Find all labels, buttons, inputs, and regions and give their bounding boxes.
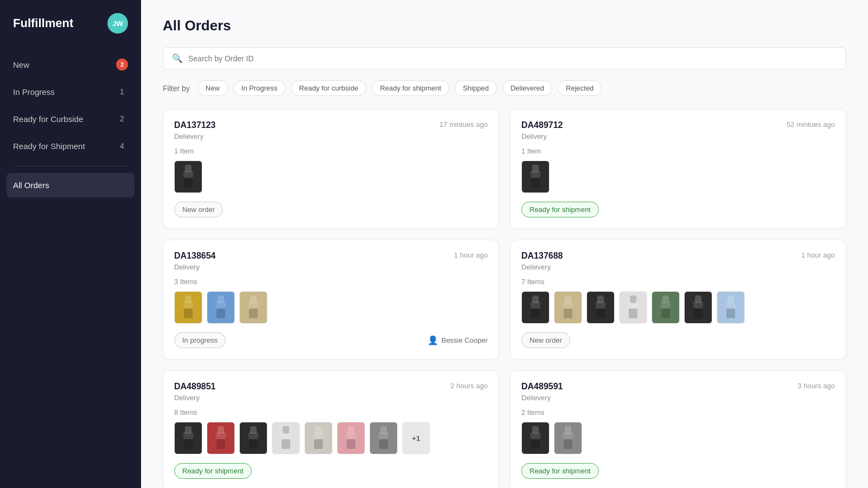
order-item-image xyxy=(619,291,647,324)
sidebar-item-ready-shipment-badge: 4 xyxy=(116,140,128,152)
order-item-image xyxy=(207,291,235,324)
svg-rect-35 xyxy=(347,439,355,449)
svg-rect-33 xyxy=(314,439,323,449)
order-type: Delievery xyxy=(521,394,835,402)
status-badge: New order xyxy=(521,332,570,348)
filter-shipped[interactable]: Shipped xyxy=(455,80,497,96)
order-item-image xyxy=(369,422,398,454)
order-type: Delivery xyxy=(521,132,835,140)
order-item-image xyxy=(554,422,582,454)
avatar[interactable]: JW xyxy=(107,13,128,34)
status-badge: Ready for shipment xyxy=(521,463,599,479)
svg-rect-9 xyxy=(249,309,258,318)
svg-rect-21 xyxy=(694,309,703,318)
order-item-image xyxy=(304,422,333,454)
order-item-image xyxy=(239,422,267,454)
filter-in-progress[interactable]: In Progress xyxy=(233,80,285,96)
order-items-label: 1 Item xyxy=(174,147,488,155)
order-id: DA489712 xyxy=(521,120,563,130)
order-item-image xyxy=(337,422,365,454)
order-card[interactable]: DA489591 3 hours ago Delievery 2 Items R… xyxy=(510,370,846,488)
order-type: Delivery xyxy=(174,263,488,271)
sidebar-item-ready-shipment[interactable]: Ready for Shipment 4 xyxy=(0,132,141,159)
order-images xyxy=(174,291,488,324)
order-item-image xyxy=(684,291,712,324)
order-type: Delivery xyxy=(174,394,488,402)
order-time: 1 hour ago xyxy=(801,251,835,259)
order-item-image xyxy=(652,291,680,324)
status-badge: New order xyxy=(174,202,223,217)
svg-rect-5 xyxy=(184,309,193,318)
order-footer: Ready for shipment xyxy=(521,463,835,479)
svg-rect-11 xyxy=(531,309,540,318)
sidebar: Fulfillment JW New 2 In Progress 1 Ready… xyxy=(0,0,141,488)
sidebar-item-ready-curbside[interactable]: Ready for Curbside 2 xyxy=(0,105,141,132)
order-item-image xyxy=(521,422,550,454)
search-input[interactable] xyxy=(188,54,837,63)
order-time: 52 mintues ago xyxy=(787,120,835,129)
order-id: DA138654 xyxy=(174,251,216,261)
order-items-label: 1 Item xyxy=(521,147,835,155)
order-header: DA138654 1 hour ago xyxy=(174,251,488,261)
order-images xyxy=(521,422,835,454)
order-item-image xyxy=(554,291,582,324)
filter-new[interactable]: New xyxy=(197,80,228,96)
assignee: 👤 Bessie Cooper xyxy=(427,335,488,345)
status-badge: Ready for shipment xyxy=(174,463,252,479)
order-item-image xyxy=(174,160,202,193)
order-item-image xyxy=(586,291,615,324)
order-images: +1 xyxy=(174,422,488,454)
svg-rect-25 xyxy=(184,439,193,449)
search-bar: 🔍 xyxy=(163,47,846,69)
order-time: 2 hours ago xyxy=(450,382,488,390)
sidebar-item-in-progress[interactable]: In Progress 1 xyxy=(0,78,141,105)
order-footer: New order xyxy=(174,202,488,217)
order-footer: Ready for shipment xyxy=(174,463,488,479)
order-item-image xyxy=(239,291,267,324)
order-card[interactable]: DA137123 17 mintues ago Delievery 1 Item… xyxy=(163,109,499,229)
sidebar-header: Fulfillment JW xyxy=(0,13,141,51)
order-id: DA137123 xyxy=(174,120,216,130)
order-card[interactable]: DA489712 52 mintues ago Delivery 1 Item … xyxy=(510,109,846,229)
order-card[interactable]: DA137688 1 hour ago Delievery 7 Items xyxy=(510,240,846,359)
svg-rect-39 xyxy=(531,439,540,449)
sidebar-item-all-orders[interactable]: All Orders xyxy=(7,173,135,197)
order-images xyxy=(174,160,488,193)
sidebar-item-new[interactable]: New 2 xyxy=(0,51,141,78)
order-type: Delievery xyxy=(174,132,488,140)
order-item-image xyxy=(174,422,202,454)
order-item-image xyxy=(272,422,300,454)
order-time: 17 mintues ago xyxy=(439,120,488,129)
svg-rect-17 xyxy=(629,309,637,318)
order-item-image xyxy=(207,422,235,454)
order-items-more: +1 xyxy=(402,422,430,454)
order-item-image xyxy=(174,291,202,324)
main-content: All Orders 🔍 Filter by New In Progress R… xyxy=(141,0,868,488)
filter-delievered[interactable]: Delievered xyxy=(502,80,552,96)
svg-rect-7 xyxy=(216,309,225,318)
sidebar-item-all-orders-label: All Orders xyxy=(13,181,49,190)
svg-rect-29 xyxy=(249,439,258,449)
order-time: 3 hours ago xyxy=(797,382,835,390)
svg-rect-41 xyxy=(564,439,572,449)
order-card[interactable]: DA138654 1 hour ago Delivery 3 Items xyxy=(163,240,499,359)
sidebar-item-in-progress-badge: 1 xyxy=(116,86,128,98)
filter-rejected[interactable]: Rejected xyxy=(558,80,602,96)
assignee-icon: 👤 xyxy=(427,335,438,345)
orders-grid: DA137123 17 mintues ago Delievery 1 Item… xyxy=(163,109,846,488)
sidebar-item-new-badge: 2 xyxy=(116,59,128,70)
order-item-image xyxy=(521,160,550,193)
order-card[interactable]: DA489851 2 hours ago Delivery 8 Items xyxy=(163,370,499,488)
filter-label: Filter by xyxy=(163,84,190,93)
order-header: DA137123 17 mintues ago xyxy=(174,120,488,130)
order-item-image xyxy=(717,291,745,324)
sidebar-item-in-progress-label: In Progress xyxy=(13,87,55,97)
app-title: Fulfillment xyxy=(13,16,73,30)
order-footer: Ready for shipment xyxy=(521,202,835,217)
filter-ready-shipment[interactable]: Ready for shipment xyxy=(372,80,449,96)
filter-ready-curbside[interactable]: Ready for curbside xyxy=(291,80,366,96)
order-type: Delievery xyxy=(521,263,835,271)
svg-rect-37 xyxy=(379,439,388,449)
order-id: DA489591 xyxy=(521,382,563,391)
order-header: DA489851 2 hours ago xyxy=(174,382,488,391)
